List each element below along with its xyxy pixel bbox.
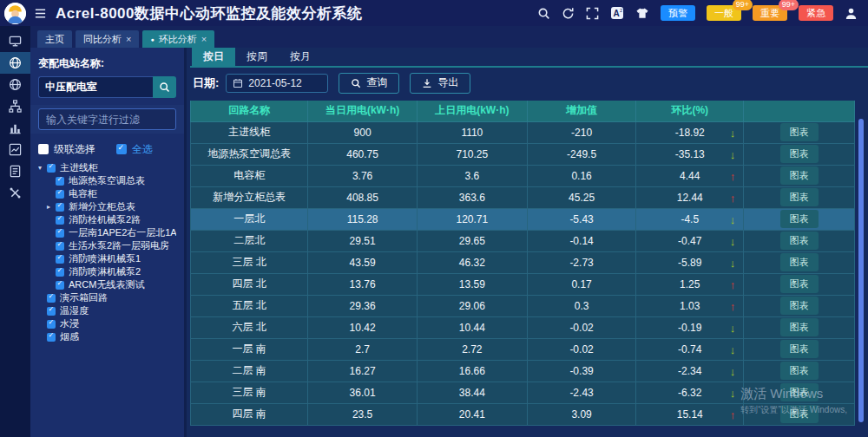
chart-button[interactable]: 图表: [780, 145, 819, 163]
rail-bar-chart-icon[interactable]: [0, 117, 30, 139]
trend-arrow-icon: [730, 169, 736, 182]
alarm-button-general[interactable]: 一般 99+: [707, 5, 741, 21]
tree-checkbox[interactable]: [56, 216, 64, 225]
tab-home[interactable]: 主页: [37, 30, 72, 48]
rail-tools-icon[interactable]: [0, 182, 30, 204]
rail-trend-chart-icon[interactable]: [0, 139, 30, 160]
chart-button[interactable]: 图表: [780, 362, 819, 380]
tree-checkbox[interactable]: [47, 333, 56, 342]
table-row[interactable]: 二层 南 16.27 16.66 -0.39 -2.34: [191, 360, 855, 382]
tree-checkbox[interactable]: [56, 255, 64, 264]
tree-checkbox[interactable]: [56, 229, 64, 238]
rail-report-icon[interactable]: [0, 160, 30, 182]
theme-shirt-icon[interactable]: [635, 7, 649, 20]
tree-item[interactable]: 消防喷淋机械泵2: [38, 265, 176, 278]
chart-button[interactable]: 图表: [780, 166, 819, 185]
table-row[interactable]: 一层 南 2.7 2.72 -0.02 -0.74: [191, 338, 855, 360]
select-all-checkbox[interactable]: [116, 144, 127, 154]
font-size-icon[interactable]: A2: [610, 6, 624, 20]
table-row[interactable]: 二层北 29.51 29.65 -0.14 -0.47: [191, 230, 855, 251]
logo-avatar[interactable]: [4, 3, 26, 24]
rail-device-tree-icon[interactable]: [0, 95, 30, 117]
table-row[interactable]: 主进线柜 900 1110 -210 -18.92: [191, 121, 855, 143]
station-search-button[interactable]: [153, 76, 176, 98]
table-row[interactable]: 三层 北 43.59 46.32 -2.73 -5.89: [191, 251, 855, 273]
tree-filter-input[interactable]: [38, 108, 176, 130]
tab-by-day[interactable]: 按日: [192, 48, 235, 66]
table-row[interactable]: 六层 北 10.42 10.44 -0.02 -0.19: [191, 316, 855, 338]
date-picker[interactable]: 2021-05-12: [226, 74, 328, 93]
tab-close-icon[interactable]: ×: [126, 34, 131, 44]
table-row[interactable]: 地源热泵空调总表 460.75 710.25 -249.5 -35.13: [191, 143, 855, 165]
tab-mom-analysis[interactable]: ● 环比分析 ×: [142, 30, 214, 48]
menu-icon[interactable]: [34, 7, 47, 20]
chart-button[interactable]: 图表: [780, 383, 819, 401]
tree-item[interactable]: 消防栓机械泵2路: [38, 213, 176, 226]
tab-yoy-analysis[interactable]: 同比分析 ×: [76, 30, 139, 48]
table-row[interactable]: 一层北 115.28 120.71 -5.43 -4.5: [191, 208, 855, 230]
chart-button[interactable]: 图表: [780, 123, 819, 141]
table-row[interactable]: 新增分立柜总表 408.85 363.6 45.25 12.44: [191, 186, 855, 208]
rail-globe-icon[interactable]: [0, 74, 30, 95]
tree-item[interactable]: 温湿度: [38, 304, 176, 317]
chart-button[interactable]: 图表: [780, 253, 819, 271]
search-icon[interactable]: [537, 7, 550, 20]
alarm-button-warning[interactable]: 预警: [661, 5, 695, 21]
tree-checkbox[interactable]: [47, 307, 56, 316]
cell-delta: -0.02: [527, 338, 635, 360]
rail-monitor-icon[interactable]: [0, 30, 30, 52]
tree-item[interactable]: 地源热泵空调总表: [38, 174, 176, 187]
user-icon[interactable]: [845, 7, 858, 20]
chart-button[interactable]: 图表: [780, 275, 819, 293]
alarm-button-urgent[interactable]: 紧急: [799, 5, 833, 21]
tree-checkbox[interactable]: [56, 177, 64, 186]
tree-caret-icon[interactable]: [47, 203, 56, 211]
query-button[interactable]: 查询: [339, 73, 399, 94]
cascade-checkbox[interactable]: [38, 144, 49, 154]
chart-button[interactable]: 图表: [780, 188, 819, 206]
tree-caret-icon[interactable]: [38, 164, 47, 172]
tree-checkbox[interactable]: [47, 320, 56, 329]
tab-close-icon[interactable]: ×: [201, 34, 207, 44]
table-row[interactable]: 五层 北 29.36 29.06 0.3 1.03: [191, 295, 855, 316]
tree-checkbox[interactable]: [56, 242, 64, 251]
chart-button[interactable]: 图表: [780, 405, 819, 423]
fullscreen-icon[interactable]: [586, 7, 599, 20]
refresh-icon[interactable]: [562, 7, 575, 20]
station-name-input[interactable]: [38, 76, 153, 98]
chart-button[interactable]: 图表: [780, 297, 819, 315]
alarm-label: 紧急: [806, 8, 825, 18]
tree-checkbox[interactable]: [56, 203, 64, 212]
table-row[interactable]: 四层 南 23.5 20.41 3.09 15.14: [191, 403, 855, 425]
column-header: 当日用电(kW·h): [308, 101, 417, 121]
tree-item[interactable]: 消防喷淋机械泵1: [38, 252, 176, 265]
rail-globe-icon-active[interactable]: [0, 52, 30, 74]
cell-yesterday-kwh: 120.71: [417, 208, 527, 230]
tree-checkbox[interactable]: [56, 268, 64, 277]
tree-item[interactable]: 演示箱回路: [38, 291, 176, 304]
tree-checkbox[interactable]: [56, 281, 64, 290]
alarm-button-important[interactable]: 重要 99+: [753, 5, 787, 21]
tree-item[interactable]: 新增分立柜总表: [38, 200, 176, 213]
table-row[interactable]: 电容柜 3.76 3.6 0.16 4.44: [191, 165, 855, 186]
tree-item[interactable]: 烟感: [38, 330, 176, 343]
tree-checkbox[interactable]: [56, 190, 64, 199]
tree-item[interactable]: 生活水泵2路一层弱电房: [38, 239, 176, 252]
chart-button[interactable]: 图表: [780, 210, 819, 228]
tree-item[interactable]: 主进线柜: [38, 161, 176, 174]
tree-item[interactable]: 一层南1APE2右一层北1APE1左: [38, 226, 176, 239]
tree-item[interactable]: 水浸: [38, 317, 176, 330]
table-row[interactable]: 三层 南 36.01 38.44 -2.43 -6.32: [191, 382, 855, 403]
table-scrollbar[interactable]: [858, 119, 864, 422]
chart-button[interactable]: 图表: [780, 340, 819, 358]
chart-button[interactable]: 图表: [780, 232, 819, 250]
export-button[interactable]: 导出: [410, 73, 470, 94]
tree-checkbox[interactable]: [47, 294, 56, 303]
tree-checkbox[interactable]: [47, 164, 56, 173]
table-row[interactable]: 四层 北 13.76 13.59 0.17 1.25: [191, 273, 855, 295]
tree-item[interactable]: ARCM无线表测试: [38, 278, 176, 291]
tree-item[interactable]: 电容柜: [38, 187, 176, 200]
chart-button[interactable]: 图表: [780, 318, 819, 336]
tab-by-month[interactable]: 按月: [279, 48, 322, 66]
tab-by-week[interactable]: 按周: [235, 48, 279, 66]
